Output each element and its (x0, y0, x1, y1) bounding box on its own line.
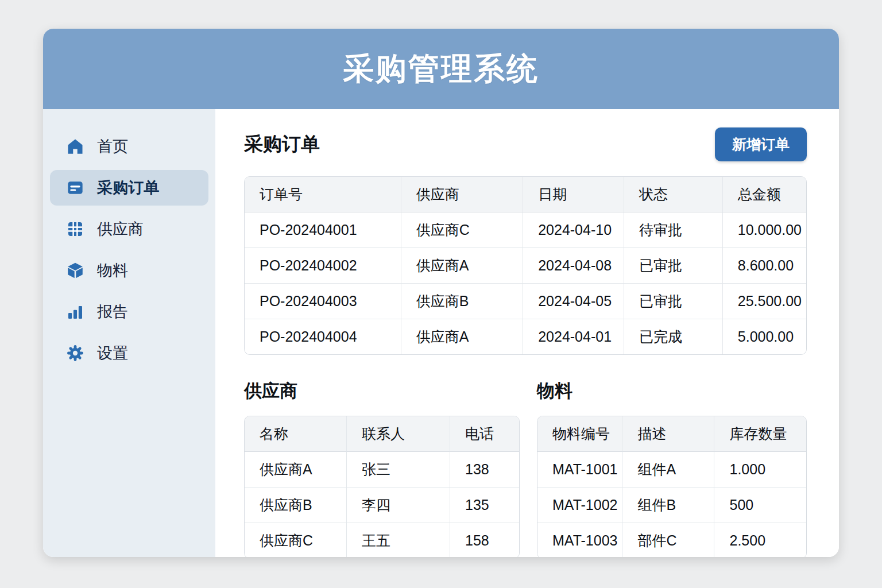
contact-cell: 李四 (346, 488, 450, 523)
app-body: 首页 采购订单 供应商 (43, 109, 839, 557)
table-row[interactable]: 供应商B 李四 135 (245, 488, 519, 523)
sidebar-item-label: 报告 (97, 301, 128, 322)
stock-cell: 2.500 (714, 523, 806, 557)
orders-col-amount: 总金额 (722, 177, 806, 212)
supplier-name-cell: 供应商B (245, 488, 346, 523)
orders-table: 订单号 供应商 日期 状态 总金额 PO-202404001 供应商C 2024… (245, 177, 806, 354)
supplier-cell: 供应商A (401, 248, 523, 284)
materials-cube-icon (66, 261, 84, 280)
phone-cell: 138 (450, 452, 519, 488)
table-row[interactable]: PO-202404002 供应商A 2024-04-08 已审批 8.600.0… (245, 248, 806, 284)
material-code-cell: MAT-1003 (537, 523, 622, 557)
suppliers-section: 供应商 名称 联系人 电话 (244, 379, 520, 557)
table-row[interactable]: 供应商A 张三 138 (245, 452, 519, 488)
suppliers-header-row: 名称 联系人 电话 (245, 416, 519, 452)
supplier-cell: 供应商A (401, 319, 523, 354)
materials-table-container: 物料编号 描述 库存数量 MAT-1001 组件A 1.000 (537, 416, 807, 557)
materials-col-desc: 描述 (622, 416, 714, 452)
materials-col-stock: 库存数量 (714, 416, 806, 452)
date-cell: 2024-04-05 (523, 284, 624, 319)
contact-cell: 王五 (346, 523, 450, 557)
table-row[interactable]: 供应商C 王五 158 (245, 523, 519, 557)
amount-cell: 25.500.00 (722, 284, 806, 319)
date-cell: 2024-04-01 (523, 319, 624, 354)
orders-table-container: 订单号 供应商 日期 状态 总金额 PO-202404001 供应商C 2024… (244, 176, 807, 355)
app-window: 采购管理系统 首页 采购订单 (43, 29, 839, 557)
sidebar-item-label: 设置 (97, 343, 128, 363)
suppliers-table: 名称 联系人 电话 供应商A 张三 138 (245, 416, 519, 557)
sidebar-item-orders[interactable]: 采购订单 (50, 170, 208, 206)
page-title: 采购订单 (244, 131, 320, 157)
supplier-cell: 供应商C (401, 212, 523, 248)
materials-header-row: 物料编号 描述 库存数量 (537, 416, 806, 452)
date-cell: 2024-04-08 (523, 248, 624, 284)
material-desc-cell: 组件A (622, 452, 714, 488)
app-title: 采购管理系统 (343, 48, 539, 90)
sidebar-item-home[interactable]: 首页 (50, 129, 208, 164)
app-header: 采购管理系统 (43, 29, 839, 109)
sidebar-item-label: 首页 (97, 136, 128, 157)
suppliers-col-name: 名称 (245, 416, 346, 452)
amount-cell: 5.000.00 (722, 319, 806, 354)
settings-gear-icon (66, 344, 84, 362)
lower-sections: 供应商 名称 联系人 电话 (244, 379, 807, 557)
sidebar-item-settings[interactable]: 设置 (50, 335, 208, 371)
sidebar-item-suppliers[interactable]: 供应商 (50, 211, 208, 247)
materials-col-code: 物料编号 (537, 416, 622, 452)
material-desc-cell: 组件B (622, 488, 714, 523)
suppliers-section-title: 供应商 (244, 379, 520, 403)
suppliers-table-container: 名称 联系人 电话 供应商A 张三 138 (244, 416, 520, 557)
sidebar-item-reports[interactable]: 报告 (50, 294, 208, 330)
supplier-name-cell: 供应商C (245, 523, 346, 557)
sidebar-item-label: 物料 (97, 260, 128, 281)
table-row[interactable]: MAT-1003 部件C 2.500 (537, 523, 806, 557)
stock-cell: 1.000 (714, 452, 806, 488)
orders-col-supplier: 供应商 (401, 177, 523, 212)
materials-section-title: 物料 (537, 379, 807, 403)
supplier-cell: 供应商B (401, 284, 523, 319)
suppliers-col-phone: 电话 (450, 416, 519, 452)
orders-icon (66, 179, 84, 197)
orders-section-header: 采购订单 新增订单 (244, 127, 807, 161)
add-order-button[interactable]: 新增订单 (715, 127, 807, 161)
table-row[interactable]: PO-202404003 供应商B 2024-04-05 已审批 25.500.… (245, 284, 806, 319)
amount-cell: 10.000.00 (722, 212, 806, 248)
orders-col-date: 日期 (523, 177, 624, 212)
date-cell: 2024-04-10 (523, 212, 624, 248)
order-no-cell: PO-202404004 (245, 319, 401, 354)
table-row[interactable]: PO-202404001 供应商C 2024-04-10 待审批 10.000.… (245, 212, 806, 248)
main-content: 采购订单 新增订单 订单号 供应商 日期 状态 总金额 (215, 109, 839, 557)
status-cell: 已完成 (624, 319, 722, 354)
suppliers-col-contact: 联系人 (346, 416, 450, 452)
materials-table: 物料编号 描述 库存数量 MAT-1001 组件A 1.000 (537, 416, 806, 557)
materials-section: 物料 物料编号 描述 库存数量 (537, 379, 807, 557)
order-no-cell: PO-202404001 (245, 212, 401, 248)
material-code-cell: MAT-1001 (537, 452, 622, 488)
orders-col-status: 状态 (624, 177, 722, 212)
status-cell: 已审批 (624, 248, 722, 284)
material-code-cell: MAT-1002 (537, 488, 622, 523)
table-row[interactable]: MAT-1002 组件B 500 (537, 488, 806, 523)
table-row[interactable]: PO-202404004 供应商A 2024-04-01 已完成 5.000.0… (245, 319, 806, 354)
home-icon (66, 137, 84, 156)
phone-cell: 158 (450, 523, 519, 557)
reports-bars-icon (66, 303, 84, 321)
orders-header-row: 订单号 供应商 日期 状态 总金额 (245, 177, 806, 212)
sidebar-item-label: 采购订单 (97, 177, 159, 198)
material-desc-cell: 部件C (622, 523, 714, 557)
stock-cell: 500 (714, 488, 806, 523)
contact-cell: 张三 (346, 452, 450, 488)
supplier-name-cell: 供应商A (245, 452, 346, 488)
status-cell: 待审批 (624, 212, 722, 248)
amount-cell: 8.600.00 (722, 248, 806, 284)
order-no-cell: PO-202404002 (245, 248, 401, 284)
orders-col-order-no: 订单号 (245, 177, 401, 212)
sidebar: 首页 采购订单 供应商 (43, 109, 215, 557)
order-no-cell: PO-202404003 (245, 284, 401, 319)
suppliers-grid-icon (66, 220, 84, 238)
table-row[interactable]: MAT-1001 组件A 1.000 (537, 452, 806, 488)
phone-cell: 135 (450, 488, 519, 523)
sidebar-item-label: 供应商 (97, 219, 144, 239)
sidebar-item-materials[interactable]: 物料 (50, 253, 208, 288)
status-cell: 已审批 (624, 284, 722, 319)
